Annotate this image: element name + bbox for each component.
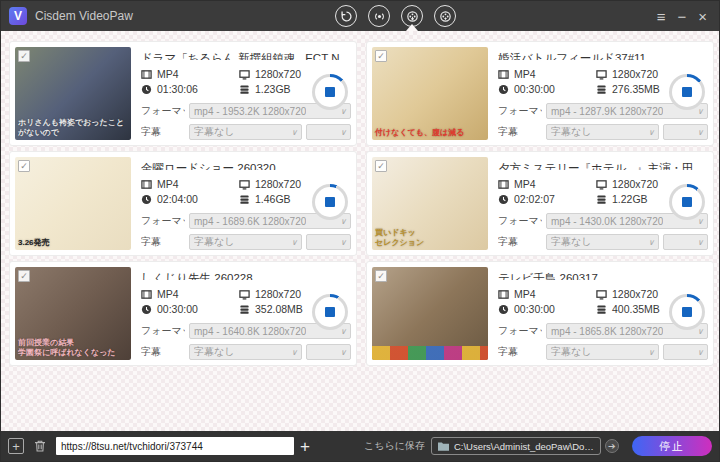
subtitle-select-label: 字幕 bbox=[498, 235, 542, 249]
stop-download-button[interactable] bbox=[669, 294, 705, 330]
duration-value: 00:30:00 bbox=[498, 83, 596, 95]
video-title: ドラマ「ちるらん 新撰組鎮魂...ECT NAVIGATION bbox=[141, 51, 351, 60]
filesize-value: 352.08MB bbox=[239, 303, 303, 315]
film-icon bbox=[498, 179, 509, 190]
subtitle-select-label: 字幕 bbox=[141, 235, 185, 249]
thumbnail-caption: 3.26発売 bbox=[18, 238, 128, 248]
subtitle-select[interactable]: 字幕なし∨ bbox=[546, 344, 659, 360]
subtitle-select-label: 字幕 bbox=[141, 125, 185, 139]
resolution-value: 1280x720 bbox=[239, 288, 301, 300]
add-url-button[interactable]: + bbox=[300, 438, 310, 455]
plus-icon: + bbox=[300, 437, 310, 456]
format-value: MP4 bbox=[498, 288, 596, 300]
link-detect-tool-button[interactable] bbox=[335, 5, 357, 27]
format-value: MP4 bbox=[141, 178, 239, 190]
format-select-label: フォーマッ bbox=[498, 104, 542, 118]
stop-icon bbox=[325, 87, 335, 97]
stop-download-button[interactable] bbox=[312, 74, 348, 110]
format-value: MP4 bbox=[141, 288, 239, 300]
clock-icon bbox=[141, 304, 152, 315]
resolution-value: 1280x720 bbox=[596, 68, 658, 80]
subtitle-track-select[interactable]: ∨ bbox=[663, 234, 708, 250]
chevron-down-icon: ∨ bbox=[340, 238, 346, 247]
monitor-icon bbox=[239, 69, 250, 80]
chevron-down-icon: ∨ bbox=[340, 128, 346, 137]
checkbox[interactable]: ✓ bbox=[18, 50, 30, 62]
format-value: MP4 bbox=[498, 68, 596, 80]
film-icon bbox=[141, 179, 152, 190]
subtitle-track-select[interactable]: ∨ bbox=[306, 234, 351, 250]
stop-download-button[interactable] bbox=[312, 184, 348, 220]
chevron-down-icon: ∨ bbox=[697, 128, 703, 137]
subtitle-select[interactable]: 字幕なし∨ bbox=[189, 124, 302, 140]
delete-button[interactable] bbox=[33, 439, 47, 453]
duration-value: 01:30:06 bbox=[141, 83, 239, 95]
url-input[interactable] bbox=[56, 437, 294, 455]
duration-value: 02:02:07 bbox=[498, 193, 596, 205]
save-path-selector[interactable]: C:\Users\Administ_deoPaw\Downloaded bbox=[431, 437, 601, 455]
stop-all-button[interactable]: 停止 bbox=[632, 436, 712, 456]
chevron-down-icon: ∨ bbox=[648, 128, 654, 137]
resolution-value: 1280x720 bbox=[596, 288, 658, 300]
subtitle-track-select[interactable]: ∨ bbox=[663, 344, 708, 360]
format-select-label: フォーマッ bbox=[141, 324, 185, 338]
video-convert-tool-button[interactable] bbox=[434, 5, 456, 27]
subtitle-track-select[interactable]: ∨ bbox=[663, 124, 708, 140]
video-title: 夕方ミステリー『ホテル...』主演・田辺誠一[字] bbox=[498, 161, 708, 170]
checkbox[interactable]: ✓ bbox=[375, 270, 387, 282]
clock-icon bbox=[498, 194, 509, 205]
video-thumbnail: ✓ bbox=[372, 267, 488, 360]
subtitle-select[interactable]: 字幕なし∨ bbox=[189, 234, 302, 250]
folder-icon bbox=[437, 441, 450, 452]
clock-icon bbox=[498, 304, 509, 315]
resolution-value: 1280x720 bbox=[239, 178, 301, 190]
subtitle-select[interactable]: 字幕なし∨ bbox=[546, 124, 659, 140]
main-area: ✓ ホリさんも袴姿でおったことがないので ドラマ「ちるらん 新撰組鎮魂...EC… bbox=[1, 31, 719, 431]
video-card: ✓ テレビ千鳥 260317 MP4 1280x720 bbox=[366, 261, 714, 366]
video-thumbnail: ✓ 前回授業の結果 学園祭に呼ばれなくなった bbox=[15, 267, 131, 360]
refresh-link-icon bbox=[340, 10, 353, 23]
active-tab-pointer bbox=[406, 24, 418, 31]
film-reel-convert-icon bbox=[439, 10, 452, 23]
resolution-value: 1280x720 bbox=[239, 68, 301, 80]
menu-button[interactable]: ≡ bbox=[657, 9, 666, 24]
film-icon bbox=[498, 69, 509, 80]
stop-download-button[interactable] bbox=[312, 294, 348, 330]
video-card: ✓ ホリさんも袴姿でおったことがないので ドラマ「ちるらん 新撰組鎮魂...EC… bbox=[9, 41, 357, 146]
filesize-value: 400.35MB bbox=[596, 303, 660, 315]
clock-icon bbox=[498, 84, 509, 95]
checkbox[interactable]: ✓ bbox=[18, 160, 30, 172]
stop-icon bbox=[682, 307, 692, 317]
stop-icon bbox=[325, 307, 335, 317]
filesize-value: 1.46GB bbox=[239, 193, 291, 205]
stop-download-button[interactable] bbox=[669, 184, 705, 220]
open-folder-button[interactable]: ➔ bbox=[605, 439, 619, 453]
plus-icon: + bbox=[12, 440, 20, 453]
subtitle-track-select[interactable]: ∨ bbox=[306, 124, 351, 140]
subtitle-select[interactable]: 字幕なし∨ bbox=[546, 234, 659, 250]
filesize-value: 1.22GB bbox=[596, 193, 648, 205]
subtitle-track-select[interactable]: ∨ bbox=[306, 344, 351, 360]
titlebar: V Cisdem VideoPaw ≡ − × bbox=[1, 1, 719, 31]
checkbox[interactable]: ✓ bbox=[375, 160, 387, 172]
video-thumbnail: ✓ 付けなくても、腹は減る bbox=[372, 47, 488, 140]
video-card: ✓ 3.26発売 金曜ロードショー 260320 MP4 1280x720 bbox=[9, 151, 357, 256]
close-button[interactable]: × bbox=[698, 9, 707, 24]
stop-download-button[interactable] bbox=[669, 74, 705, 110]
film-icon bbox=[498, 289, 509, 300]
chevron-down-icon: ∨ bbox=[697, 238, 703, 247]
monitor-icon bbox=[596, 179, 607, 190]
record-tool-button[interactable] bbox=[368, 5, 390, 27]
subtitle-select[interactable]: 字幕なし∨ bbox=[189, 344, 302, 360]
subtitle-select-label: 字幕 bbox=[498, 345, 542, 359]
stop-icon bbox=[682, 87, 692, 97]
minimize-button[interactable]: − bbox=[677, 9, 686, 24]
video-card: ✓ 付けなくても、腹は減る 婚活バトルフィールド37#11 MP4 1280x7… bbox=[366, 41, 714, 146]
app-logo-icon: V bbox=[9, 7, 27, 25]
chevron-down-icon: ∨ bbox=[697, 348, 703, 357]
add-task-button[interactable]: + bbox=[8, 438, 24, 454]
checkbox[interactable]: ✓ bbox=[375, 50, 387, 62]
monitor-icon bbox=[239, 179, 250, 190]
checkbox[interactable]: ✓ bbox=[18, 270, 30, 282]
thumbnail-caption: 前回授業の結果 学園祭に呼ばれなくなった bbox=[18, 338, 128, 358]
